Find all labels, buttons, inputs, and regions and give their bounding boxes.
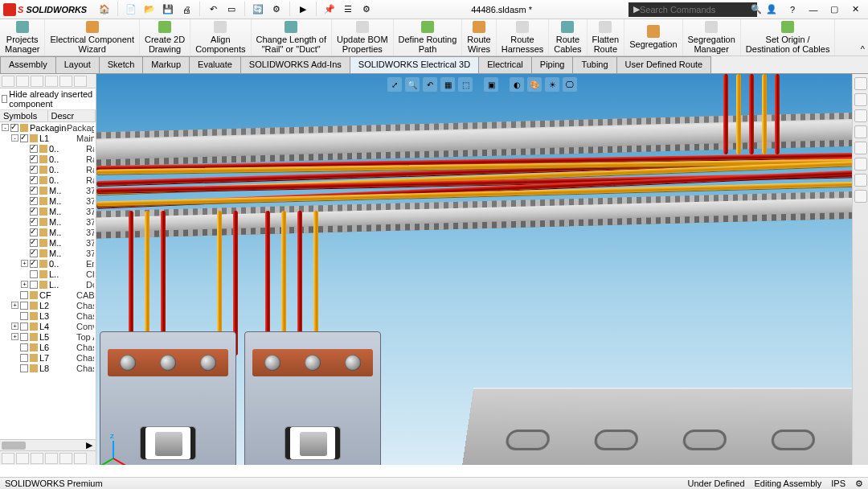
bt-4[interactable] xyxy=(45,453,58,464)
visibility-checkbox[interactable] xyxy=(30,249,38,257)
hide-inserted-checkbox[interactable] xyxy=(2,95,7,103)
ribbon-align-components[interactable]: AlignComponents xyxy=(190,19,251,55)
tab-layout[interactable]: Layout xyxy=(55,56,100,73)
tree-row[interactable]: L3Chassis xyxy=(0,310,96,321)
zoom-fit-icon[interactable]: ⤢ xyxy=(387,77,402,92)
dock-library-icon[interactable] xyxy=(854,109,867,122)
visibility-checkbox[interactable] xyxy=(20,333,28,341)
ribbon-route-wires[interactable]: RouteWires xyxy=(462,19,496,55)
tab-solidworks-add-ins[interactable]: SOLIDWORKS Add-Ins xyxy=(240,56,350,73)
tab-electrical[interactable]: Electrical xyxy=(478,56,532,73)
home-icon[interactable]: 🏠 xyxy=(96,2,113,18)
dock-props-icon[interactable] xyxy=(854,174,867,187)
tab-markup[interactable]: Markup xyxy=(142,56,190,73)
dock-explorer-icon[interactable] xyxy=(854,125,867,138)
dock-view-icon[interactable] xyxy=(854,142,867,154)
visibility-checkbox[interactable] xyxy=(30,208,38,216)
tree-row[interactable]: M..37.1 x 72.4 xyxy=(0,237,96,248)
visibility-checkbox[interactable] xyxy=(30,260,38,268)
visibility-checkbox[interactable] xyxy=(30,281,38,289)
hide-inserted-row[interactable]: Hide already inserted component xyxy=(0,88,96,110)
bt-3[interactable] xyxy=(31,453,43,464)
view-orient-icon[interactable]: ⬚ xyxy=(458,77,473,92)
ribbon-segregation[interactable]: Segregation xyxy=(624,19,682,55)
gear-icon[interactable]: ⚙ xyxy=(358,2,375,18)
tree-row[interactable]: +0..Enclosure xyxy=(0,258,96,269)
print-icon[interactable]: 🖨 xyxy=(178,2,194,18)
visibility-checkbox[interactable] xyxy=(30,228,38,236)
tree-row[interactable]: 0..Rail xyxy=(0,164,96,175)
tab-sketch[interactable]: Sketch xyxy=(99,56,144,73)
expand-icon[interactable]: - xyxy=(2,124,9,131)
tree-row[interactable]: L..Chassis xyxy=(0,269,96,279)
search-input[interactable] xyxy=(640,5,751,14)
dock-appearances-icon[interactable] xyxy=(854,158,867,171)
bt-5[interactable] xyxy=(59,453,72,464)
tree-tool-5[interactable] xyxy=(59,76,72,87)
tree-row[interactable]: +L4Conveyors xyxy=(0,321,96,331)
tree-tool-1[interactable] xyxy=(2,76,14,87)
scroll-thumb[interactable] xyxy=(2,442,26,450)
tree-tool-4[interactable] xyxy=(45,76,58,87)
tree-row[interactable]: -Packaging L..Packaging xyxy=(0,122,96,133)
bt-2[interactable] xyxy=(16,453,29,464)
tab-assembly[interactable]: Assembly xyxy=(0,56,56,73)
visibility-checkbox[interactable] xyxy=(20,312,28,320)
ribbon-route-cables[interactable]: RouteCables xyxy=(549,19,587,55)
tree-col-symbols[interactable]: Symbols xyxy=(0,110,48,121)
ribbon-define-routing-path[interactable]: Define RoutingPath xyxy=(394,19,463,55)
tree-row[interactable]: +L..Door xyxy=(0,279,96,290)
prev-view-icon[interactable]: ↶ xyxy=(423,77,437,92)
ribbon-electrical-component-wizard[interactable]: Electrical ComponentWizard xyxy=(45,19,140,55)
visibility-checkbox[interactable] xyxy=(30,270,38,278)
close-button[interactable]: ✕ xyxy=(845,2,865,17)
expand-icon[interactable]: + xyxy=(21,260,28,267)
tree-scroll-h[interactable]: ▶ xyxy=(0,439,96,450)
visibility-checkbox[interactable] xyxy=(30,218,38,226)
list-icon[interactable]: ☰ xyxy=(340,2,356,18)
tree-row[interactable]: 0..Rail xyxy=(0,154,96,164)
hide-show-icon[interactable]: ◐ xyxy=(510,77,524,92)
ribbon-update-bom-properties[interactable]: Update BOMProperties xyxy=(332,19,394,55)
apply-scene-icon[interactable]: ☀ xyxy=(545,77,559,92)
ribbon-projects-manager[interactable]: ProjectsManager xyxy=(0,19,45,55)
rebuild-icon[interactable]: 🔄 xyxy=(250,2,266,18)
tree-row[interactable]: M..37.1 x 72.4 xyxy=(0,195,96,206)
visibility-checkbox[interactable] xyxy=(20,323,28,331)
tree-row[interactable]: L7Chassis xyxy=(0,352,96,363)
view-settings-icon[interactable]: 🖵 xyxy=(563,77,577,92)
tree-tool-6[interactable] xyxy=(74,76,87,87)
dock-home-icon[interactable] xyxy=(854,77,867,90)
status-settings-icon[interactable]: ⚙ xyxy=(855,479,863,489)
3d-viewport[interactable]: ⤢ 🔍 ↶ ▦ ⬚ ▣ ◐ 🎨 ☀ 🖵 xyxy=(96,74,868,465)
ribbon-segregation-manager[interactable]: SegregationManager xyxy=(683,19,741,55)
ribbon-create-2d-drawing[interactable]: Create 2DDrawing xyxy=(140,19,190,55)
visibility-checkbox[interactable] xyxy=(20,354,28,362)
bt-1[interactable] xyxy=(2,453,14,464)
visibility-checkbox[interactable] xyxy=(20,134,28,142)
save-icon[interactable]: 💾 xyxy=(160,2,176,18)
tree-row[interactable]: 0..Rail xyxy=(0,175,96,185)
tree-row[interactable]: -L1Main Elect xyxy=(0,133,96,143)
tab-tubing[interactable]: Tubing xyxy=(572,56,616,73)
ribbon-route-harnesses[interactable]: RouteHarnesses xyxy=(497,19,550,55)
expand-icon[interactable]: + xyxy=(11,333,18,340)
expand-icon[interactable]: + xyxy=(21,281,28,288)
tree-row[interactable]: +L5Top Assem xyxy=(0,331,96,342)
cursor-icon[interactable]: ▶ xyxy=(295,2,311,18)
tree-row[interactable]: M..37.1 x 72.4 xyxy=(0,206,96,216)
visibility-checkbox[interactable] xyxy=(20,343,28,351)
tree-row[interactable]: L8Chassis xyxy=(0,363,96,373)
options-icon[interactable]: ⚙ xyxy=(268,2,285,18)
visibility-checkbox[interactable] xyxy=(30,145,38,153)
tab-piping[interactable]: Piping xyxy=(531,56,574,73)
dock-resources-icon[interactable] xyxy=(854,93,867,106)
bt-6[interactable] xyxy=(74,453,87,464)
dock-forum-icon[interactable] xyxy=(854,190,867,203)
restore-button[interactable]: ▢ xyxy=(825,2,844,17)
tab-user-defined-route[interactable]: User Defined Route xyxy=(616,56,712,73)
expand-icon[interactable]: + xyxy=(11,323,18,330)
tree-row[interactable]: M..37.1 x 72.4 xyxy=(0,216,96,227)
tab-evaluate[interactable]: Evaluate xyxy=(189,56,241,73)
open-icon[interactable]: 📂 xyxy=(141,2,158,18)
